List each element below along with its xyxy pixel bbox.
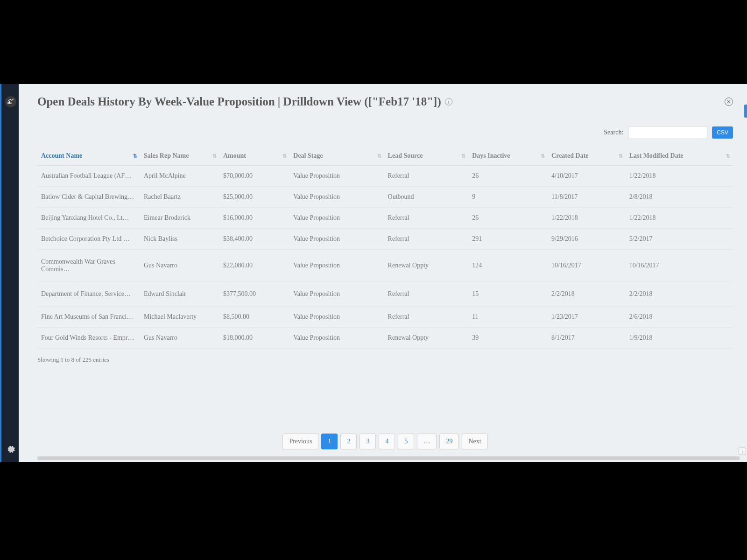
sort-icon: ⇅ [377, 153, 381, 159]
cell-modified: 1/22/2018 [626, 166, 733, 187]
sort-icon: ⇅ [461, 153, 465, 159]
col-amount[interactable]: Amount⇅ [219, 147, 289, 166]
cell-amount: $18,000.00 [219, 328, 289, 349]
main-area: ↓ Open Deals History By Week-Value Propo… [19, 84, 747, 462]
search-input[interactable] [628, 126, 707, 139]
col-sales-rep[interactable]: Sales Rep Name⇅ [140, 147, 219, 166]
cell-account: Commonwealth War Graves Commis… [37, 250, 140, 282]
chart-icon[interactable] [5, 96, 16, 107]
col-days-inactive[interactable]: Days Inactive⇅ [468, 147, 548, 166]
cell-stage: Value Proposition [289, 187, 384, 208]
cell-created: 11/8/2017 [548, 187, 626, 208]
panel-header: Open Deals History By Week-Value Proposi… [37, 95, 733, 108]
side-tab[interactable] [744, 105, 747, 118]
horizontal-scrollbar[interactable] [37, 456, 740, 460]
sort-icon: ⇅ [212, 153, 217, 159]
pagination: Previous12345…29Next [37, 434, 733, 449]
cell-salesrep: Gus Navarro [140, 250, 219, 282]
cell-salesrep: Nick Bayliss [140, 229, 219, 250]
cell-inactive: 26 [468, 208, 548, 229]
cell-account: Batlow Cider & Capital Brewing… [37, 187, 140, 208]
info-icon[interactable]: i [445, 98, 452, 105]
cell-modified: 2/8/2018 [626, 187, 733, 208]
sort-icon: ⇅ [282, 153, 287, 159]
cell-salesrep: Eimear Broderick [140, 208, 219, 229]
cell-amount: $70,000.00 [219, 166, 289, 187]
cell-created: 4/10/2017 [548, 166, 626, 187]
cell-created: 2/2/2018 [548, 282, 626, 307]
cell-modified: 2/6/2018 [626, 307, 733, 328]
cell-modified: 5/2/2017 [626, 229, 733, 250]
page-prev-button[interactable]: Previous [282, 434, 318, 449]
cell-inactive: 39 [468, 328, 548, 349]
col-last-modified[interactable]: Last Modified Date⇅ [626, 147, 733, 166]
cell-source: Referral [384, 208, 469, 229]
table-row[interactable]: Beijing Yanxiang Hotel Co., Lt…Eimear Br… [37, 208, 733, 229]
col-created-date[interactable]: Created Date⇅ [548, 147, 626, 166]
page-1-button[interactable]: 1 [321, 434, 338, 449]
cell-amount: $377,500.00 [219, 282, 289, 307]
table-header-row: Account Name⇅ Sales Rep Name⇅ Amount⇅ De… [37, 147, 733, 166]
cell-modified: 1/22/2018 [626, 208, 733, 229]
cell-amount: $22,080.00 [219, 250, 289, 282]
cell-created: 8/1/2017 [548, 328, 626, 349]
cell-account: Australian Football League (AF… [37, 166, 140, 187]
cell-amount: $25,000.00 [219, 187, 289, 208]
page-2-button[interactable]: 2 [340, 434, 357, 449]
page-next-button[interactable]: Next [462, 434, 487, 449]
cell-created: 1/22/2018 [548, 208, 626, 229]
cell-stage: Value Proposition [289, 166, 384, 187]
cell-salesrep: Rachel Baartz [140, 187, 219, 208]
cell-source: Referral [384, 307, 469, 328]
cell-account: Department of Finance, Service… [37, 282, 140, 307]
sort-icon: ⇅ [541, 153, 545, 159]
page-5-button[interactable]: 5 [398, 434, 414, 449]
app-frame: ↓ Open Deals History By Week-Value Propo… [0, 84, 747, 462]
cell-inactive: 9 [468, 187, 548, 208]
col-deal-stage[interactable]: Deal Stage⇅ [289, 147, 384, 166]
gear-icon[interactable] [6, 444, 15, 455]
table-row[interactable]: Australian Football League (AF…April McA… [37, 166, 733, 187]
table-row[interactable]: Four Gold Winds Resorts - Empr…Gus Navar… [37, 328, 733, 349]
cell-source: Referral [384, 282, 469, 307]
table-row[interactable]: Commonwealth War Graves Commis…Gus Navar… [37, 250, 733, 282]
table-row[interactable]: Betchoice Corporation Pty Ltd …Nick Bayl… [37, 229, 733, 250]
cell-amount: $8,500.00 [219, 307, 289, 328]
cell-inactive: 291 [468, 229, 548, 250]
download-arrow-icon[interactable]: ↓ [739, 448, 746, 455]
cell-modified: 2/2/2018 [626, 282, 733, 307]
csv-button[interactable]: CSV [712, 126, 733, 139]
deals-table: Account Name⇅ Sales Rep Name⇅ Amount⇅ De… [37, 147, 733, 349]
table-row[interactable]: Batlow Cider & Capital Brewing…Rachel Ba… [37, 187, 733, 208]
cell-account: Four Gold Winds Resorts - Empr… [37, 328, 140, 349]
cell-modified: 1/9/2018 [626, 328, 733, 349]
cell-stage: Value Proposition [289, 208, 384, 229]
cell-account: Fine Art Museums of San Franci… [37, 307, 140, 328]
page-4-button[interactable]: 4 [379, 434, 395, 449]
cell-salesrep: Edward Sinclair [140, 282, 219, 307]
table-info: Showing 1 to 8 of 225 entries [37, 356, 733, 364]
panel-title: Open Deals History By Week-Value Proposi… [37, 95, 441, 108]
col-account-name[interactable]: Account Name⇅ [37, 147, 140, 166]
cell-amount: $16,000.00 [219, 208, 289, 229]
cell-stage: Value Proposition [289, 328, 384, 349]
sort-asc-icon: ⇅ [133, 153, 137, 159]
cell-created: 10/16/2017 [548, 250, 626, 282]
close-icon[interactable]: ✕ [725, 98, 733, 106]
cell-source: Renewal Oppty [384, 328, 469, 349]
toolbar: Search: CSV [37, 126, 733, 139]
cell-source: Outbound [384, 187, 469, 208]
table-row[interactable]: Department of Finance, Service…Edward Si… [37, 282, 733, 307]
cell-inactive: 15 [468, 282, 548, 307]
cell-created: 9/29/2016 [548, 229, 626, 250]
cell-inactive: 124 [468, 250, 548, 282]
table-row[interactable]: Fine Art Museums of San Franci…Michael M… [37, 307, 733, 328]
sidebar [0, 84, 19, 462]
page-29-button[interactable]: 29 [439, 434, 459, 449]
cell-modified: 10/16/2017 [626, 250, 733, 282]
drilldown-panel: Open Deals History By Week-Value Proposi… [37, 95, 733, 449]
page-3-button[interactable]: 3 [359, 434, 376, 449]
col-lead-source[interactable]: Lead Source⇅ [384, 147, 469, 166]
cell-account: Betchoice Corporation Pty Ltd … [37, 229, 140, 250]
cell-stage: Value Proposition [289, 307, 384, 328]
